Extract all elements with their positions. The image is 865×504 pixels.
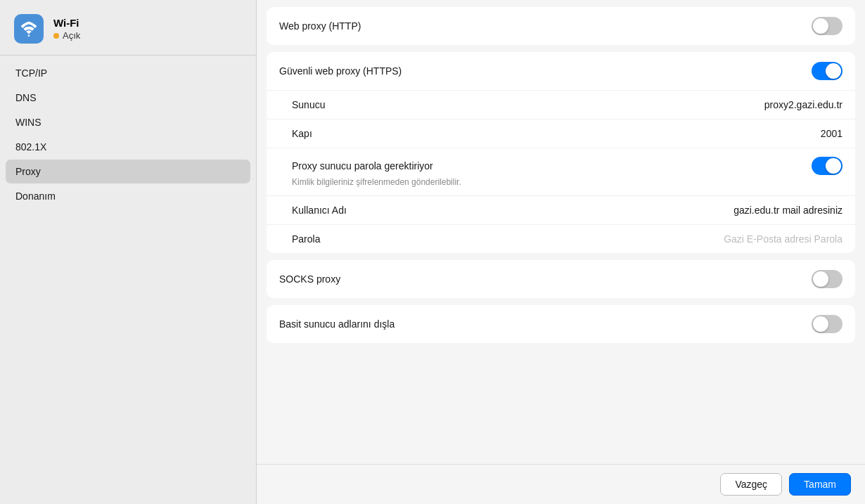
guvenli-web-proxy-label: Güvenli web proxy (HTTPS): [279, 65, 402, 77]
sidebar-network-status: Açık: [53, 30, 80, 41]
kullanici-adi-row: Kullanıcı Adı gazi.edu.tr mail adresiniz: [267, 196, 855, 225]
guvenli-web-proxy-toggle[interactable]: [812, 62, 842, 80]
content-scroll: Web proxy (HTTP) Güvenli web proxy (HTTP…: [257, 0, 865, 464]
cancel-button[interactable]: Vazgeç: [720, 473, 782, 496]
sidebar-item-8021x[interactable]: 802.1X: [6, 135, 250, 159]
basit-sunucu-row: Basit sunucu adlarını dışla: [267, 305, 855, 343]
kapi-value: 2001: [821, 128, 842, 139]
basit-sunucu-toggle[interactable]: [812, 315, 842, 333]
proxy-password-row: Proxy sunucu parola gerektiriyor Kimlik …: [267, 148, 855, 196]
status-label: Açık: [63, 30, 80, 41]
toggle-knob-pass: [826, 158, 841, 174]
toggle-knob-socks: [813, 271, 828, 287]
wifi-icon: [14, 14, 44, 44]
parola-row: Parola Gazi E-Posta adresi Parola: [267, 225, 855, 253]
toolbar: Vazgeç Tamam: [257, 464, 865, 504]
sunucu-value: proxy2.gazi.edu.tr: [764, 99, 842, 110]
sidebar-divider: [0, 55, 256, 56]
sidebar-item-tcpip[interactable]: TCP/IP: [6, 61, 250, 85]
socks-proxy-toggle[interactable]: [812, 270, 842, 288]
socks-proxy-section: SOCKS proxy: [267, 260, 855, 298]
socks-proxy-row: SOCKS proxy: [267, 260, 855, 298]
proxy-password-toggle[interactable]: [812, 157, 842, 175]
ok-button[interactable]: Tamam: [789, 473, 851, 496]
web-proxy-http-label: Web proxy (HTTP): [279, 20, 361, 32]
proxy-password-top: Proxy sunucu parola gerektiriyor: [292, 157, 842, 175]
kapi-row: Kapı 2001: [267, 119, 855, 148]
basit-sunucu-label: Basit sunucu adlarını dışla: [279, 318, 395, 330]
basit-sunucu-section: Basit sunucu adlarını dışla: [267, 305, 855, 343]
kullanici-adi-value: gazi.edu.tr mail adresiniz: [733, 205, 842, 216]
sidebar-item-proxy[interactable]: Proxy: [6, 160, 250, 183]
parola-placeholder: Gazi E-Posta adresi Parola: [724, 233, 842, 245]
sidebar-header: Wi-Fi Açık: [0, 0, 256, 55]
toggle-knob: [813, 18, 828, 34]
proxy-password-label: Proxy sunucu parola gerektiriyor: [292, 160, 433, 172]
sidebar-header-text: Wi-Fi Açık: [53, 17, 80, 41]
toggle-knob-basit: [813, 316, 828, 332]
svg-point-0: [28, 34, 30, 37]
wifi-svg: [20, 20, 38, 38]
toggle-knob-https: [826, 63, 841, 79]
sidebar: Wi-Fi Açık TCP/IP DNS WINS 802.1X Proxy …: [0, 0, 257, 504]
parola-label: Parola: [292, 233, 320, 245]
sidebar-network-name: Wi-Fi: [53, 17, 80, 29]
sunucu-label: Sunucu: [292, 99, 325, 110]
web-proxy-http-toggle[interactable]: [812, 17, 842, 35]
web-proxy-http-section: Web proxy (HTTP): [267, 7, 855, 45]
status-dot-icon: [53, 33, 59, 39]
kullanici-adi-label: Kullanıcı Adı: [292, 205, 347, 216]
guvenli-web-proxy-row: Güvenli web proxy (HTTPS): [267, 52, 855, 90]
sidebar-item-dns[interactable]: DNS: [6, 86, 250, 110]
guvenli-web-proxy-section: Güvenli web proxy (HTTPS) Sunucu proxy2.…: [267, 52, 855, 253]
sidebar-item-wins[interactable]: WINS: [6, 110, 250, 134]
https-inner-rows: Sunucu proxy2.gazi.edu.tr Kapı 2001 Prox…: [267, 90, 855, 253]
sunucu-row: Sunucu proxy2.gazi.edu.tr: [267, 91, 855, 119]
socks-proxy-label: SOCKS proxy: [279, 273, 340, 285]
proxy-password-subtitle: Kimlik bilgileriniz şifrelenmeden gönder…: [292, 177, 842, 187]
main-panel: Web proxy (HTTP) Güvenli web proxy (HTTP…: [257, 0, 865, 504]
sidebar-item-donanim[interactable]: Donanım: [6, 184, 250, 208]
kapi-label: Kapı: [292, 128, 312, 139]
sidebar-nav: TCP/IP DNS WINS 802.1X Proxy Donanım: [0, 58, 256, 211]
web-proxy-http-row: Web proxy (HTTP): [267, 7, 855, 45]
